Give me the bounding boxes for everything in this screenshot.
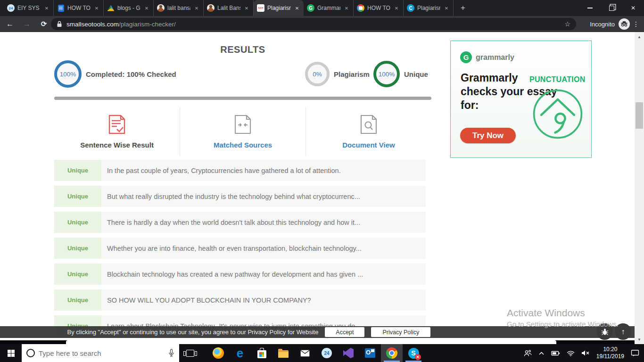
tab-lalit-bansal-1[interactable]: lalit bansal (154, 0, 204, 16)
windows-taskbar: 10:20 19/11/2019 (0, 344, 644, 362)
activate-windows-subtext: Go to Settings to activate Windows. (507, 320, 619, 328)
page-content: RESULTS 100% Completed: 100% Checked 0% … (0, 32, 635, 344)
try-now-button[interactable]: Try Now (460, 128, 516, 143)
microphone-icon[interactable] (168, 349, 174, 357)
document-view-icon (360, 115, 377, 134)
result-row[interactable]: Unique SO HOW WILL YOU ADOPT BLOCKCHAIN … (54, 289, 426, 311)
skype-taskbar-item[interactable] (403, 344, 424, 362)
close-icon[interactable] (294, 5, 300, 11)
tab-matched-sources[interactable]: Matched Sources (180, 107, 305, 156)
sentence-text: In the past couple of years, Cryptocurre… (101, 160, 426, 181)
address-bar[interactable]: smallseotools.com/plagiarism-checker/ (51, 18, 576, 30)
task-view-button[interactable] (179, 344, 201, 362)
volume-muted-icon[interactable] (581, 350, 590, 356)
page-scrollbar[interactable] (635, 32, 644, 344)
tab-sentence-wise-result[interactable]: Sentence Wise Result (54, 107, 180, 156)
tab-document-view[interactable]: Document View (305, 107, 431, 156)
24-app-taskbar-item[interactable] (316, 344, 338, 362)
incognito-indicator: Incognito (590, 16, 630, 32)
page-bottom-strip (0, 340, 635, 344)
tab-lalit-bansal-2[interactable]: Lalit Bansal (204, 0, 254, 16)
page-bottom-inner (66, 340, 556, 344)
sentence-text: SO HOW WILL YOU ADOPT BLOCKCHAIN IN YOUR… (101, 289, 426, 311)
24-logo-icon (322, 348, 332, 358)
browser-menu-icon[interactable] (631, 16, 641, 32)
close-window-button[interactable] (622, 0, 644, 16)
new-tab-button[interactable] (456, 1, 470, 15)
file-explorer-icon (278, 350, 289, 358)
result-row[interactable]: Unique Whether you are into finance, hea… (54, 238, 426, 259)
show-hidden-icons-chevron[interactable] (538, 351, 545, 355)
taskbar-search[interactable] (22, 344, 179, 362)
store-taskbar-item[interactable] (251, 344, 272, 362)
tab-title: Plagiarism C (417, 5, 440, 11)
incognito-icon (619, 18, 630, 30)
google-docs-icon (58, 5, 64, 12)
close-icon[interactable] (443, 5, 450, 11)
tab-eiy-sys[interactable]: EIY SYS PVT (4, 0, 54, 16)
chrome-taskbar-item[interactable] (381, 344, 403, 362)
tab-title: Grammarly (317, 5, 340, 11)
bookmark-star-icon[interactable] (564, 20, 570, 28)
search-input[interactable] (39, 349, 165, 357)
file-explorer-taskbar-item[interactable] (272, 344, 294, 362)
close-icon[interactable] (193, 5, 200, 11)
unique-badge: Unique (54, 212, 101, 233)
sentence-text: But what really disrupted the industry i… (101, 186, 426, 207)
24-logo-icon (7, 4, 15, 12)
close-icon[interactable] (43, 5, 50, 11)
restore-button[interactable] (601, 0, 622, 16)
result-row[interactable]: Unique Blockchain technology has created… (54, 263, 426, 285)
result-row[interactable]: Unique But what really disrupted the ind… (54, 186, 426, 207)
tab-label: Matched Sources (214, 141, 272, 149)
privacy-policy-button[interactable]: Privacy Policy (371, 327, 430, 337)
stat-plagiarism: 0% Plagiarism (305, 62, 370, 86)
close-icon[interactable] (93, 5, 100, 11)
close-icon[interactable] (393, 5, 400, 11)
grammarly-icon (307, 4, 314, 12)
edge-taskbar-item[interactable] (229, 344, 251, 362)
scrollbar-thumb[interactable] (636, 102, 643, 129)
cookie-message: By clicking "Accept" or continuing to us… (67, 329, 319, 336)
tab-plagiarism-active[interactable]: Plagiarism C (254, 0, 304, 16)
completed-label: Completed: 100% Checked (86, 70, 176, 78)
scroll-down-arrow[interactable] (635, 336, 644, 343)
battery-icon[interactable] (551, 350, 560, 356)
tab-howto-google[interactable]: HOW TO PR (354, 0, 404, 16)
start-button[interactable] (0, 344, 22, 362)
action-center-icon[interactable] (631, 349, 639, 357)
scroll-up-arrow[interactable] (635, 33, 644, 41)
progress-bar (54, 97, 431, 100)
incognito-label: Incognito (590, 21, 615, 28)
tab-plagiarism-2[interactable]: Plagiarism C (404, 0, 454, 16)
close-icon[interactable] (243, 5, 250, 11)
people-icon[interactable] (523, 350, 532, 357)
firefox-taskbar-item[interactable] (207, 344, 229, 362)
visual-studio-taskbar-item[interactable] (338, 344, 359, 362)
minimize-button[interactable] (579, 0, 601, 16)
tab-blogs-drive[interactable]: blogs - Goo (104, 0, 154, 16)
lock-icon[interactable] (57, 21, 62, 27)
accept-button[interactable]: Accept (325, 327, 364, 337)
result-row[interactable]: Unique In the past couple of years, Cryp… (54, 160, 426, 181)
result-row[interactable]: Unique There is hardly a day when the wo… (54, 212, 426, 233)
unique-badge: Unique (54, 160, 101, 181)
unique-circle: 100% (373, 61, 400, 87)
forward-button[interactable] (20, 17, 34, 31)
grammarly-ad[interactable]: grammarly Grammarly checks your essay fo… (450, 41, 592, 158)
reload-button[interactable] (37, 17, 51, 31)
outlook-taskbar-item[interactable] (359, 344, 381, 362)
clock-date: 19/11/2019 (596, 353, 624, 360)
result-view-tabs: Sentence Wise Result Matched Sources (54, 107, 431, 156)
tab-grammarly[interactable]: Grammarly (304, 0, 354, 16)
back-button[interactable] (3, 17, 17, 31)
close-icon[interactable] (343, 5, 350, 11)
tab-howto-docs[interactable]: HOW TO PR (54, 0, 104, 16)
close-icon[interactable] (143, 5, 150, 11)
wifi-icon[interactable] (567, 350, 575, 356)
bug-icon (601, 328, 609, 336)
taskbar-clock[interactable]: 10:20 19/11/2019 (596, 346, 624, 360)
unique-badge: Unique (54, 289, 101, 311)
window-controls (579, 0, 644, 16)
mail-taskbar-item[interactable] (294, 344, 316, 362)
